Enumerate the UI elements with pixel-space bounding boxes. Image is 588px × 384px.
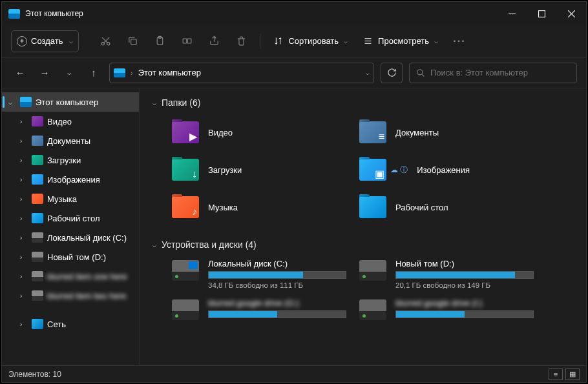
address-bar[interactable]: › Этот компьютер ⌵ xyxy=(109,63,374,83)
sidebar-item[interactable]: ›Видео xyxy=(2,112,139,131)
rename-button[interactable] xyxy=(174,30,199,52)
chevron-right-icon: › xyxy=(20,273,28,280)
folder-icon xyxy=(359,196,386,218)
content-area: ⌵Папки (6) ▶Видео≡Документы↓Загрузки▣☁ ⓘ… xyxy=(140,88,586,365)
folder-icon: ↓ xyxy=(172,159,199,181)
folder-item[interactable]: ↓Загрузки xyxy=(172,154,346,185)
search-input[interactable] xyxy=(430,68,570,77)
drive-item[interactable]: blurred google drive (G:) xyxy=(172,298,346,321)
item-count: Элементов: 10 xyxy=(8,370,61,379)
chevron-down-icon: ⌵ xyxy=(152,241,156,248)
folder-icon xyxy=(32,213,43,223)
drive-name: blurred google drive (I:) xyxy=(395,298,534,308)
maximize-button[interactable] xyxy=(527,2,556,25)
sidebar-item[interactable]: ›Локальный диск (C:) xyxy=(2,228,139,247)
titlebar[interactable]: Этот компьютер xyxy=(2,2,586,25)
folder-label: Музыка xyxy=(208,203,238,212)
back-button[interactable]: ← xyxy=(11,64,29,82)
view-button[interactable]: Просмотреть ⌵ xyxy=(357,30,445,52)
minimize-button[interactable] xyxy=(497,2,527,25)
svg-rect-1 xyxy=(538,10,545,17)
svg-rect-11 xyxy=(183,39,187,43)
sync-badge: ☁ ⓘ xyxy=(390,165,408,176)
more-button[interactable]: ··· xyxy=(447,30,472,52)
sort-button[interactable]: Сортировать ⌵ xyxy=(267,30,354,52)
sidebar-item[interactable]: ›Изображения xyxy=(2,170,139,189)
chevron-down-icon: ⌵ xyxy=(434,37,438,45)
chevron-right-icon: › xyxy=(20,234,28,241)
svg-point-17 xyxy=(417,69,423,74)
sidebar-item-network[interactable]: ›Сеть xyxy=(2,314,139,334)
drive-icon xyxy=(359,299,386,320)
folder-icon: ▣ xyxy=(359,159,386,181)
drive-name: blurred google drive (G:) xyxy=(208,298,346,308)
explorer-window: Этот компьютер + Создать ⌵ Сортировать ⌵… xyxy=(1,1,587,383)
close-button[interactable] xyxy=(556,2,586,25)
drive-item[interactable]: Новый том (D:)20,1 ГБ свободно из 149 ГБ xyxy=(359,259,534,289)
details-view-button[interactable]: ≡ xyxy=(549,369,563,380)
paste-button[interactable] xyxy=(147,30,172,52)
drives-group-header[interactable]: ⌵Устройства и диски (4) xyxy=(152,239,573,250)
breadcrumb-location[interactable]: Этот компьютер xyxy=(138,68,201,77)
folder-icon xyxy=(32,136,43,146)
search-box[interactable] xyxy=(409,63,577,83)
toolbar: + Создать ⌵ Сортировать ⌵ Просмотреть ⌵ … xyxy=(2,25,586,57)
sidebar-item[interactable]: ›blurred item one here xyxy=(2,267,139,286)
folder-label: Изображения xyxy=(417,165,470,175)
sidebar-item[interactable]: ›Загрузки xyxy=(2,150,139,170)
folder-item[interactable]: ♪Музыка xyxy=(172,192,346,223)
drive-item[interactable]: blurred google drive (I:) xyxy=(359,298,534,321)
this-pc-icon xyxy=(8,9,20,19)
sidebar-item[interactable]: ›Музыка xyxy=(2,189,139,208)
search-icon xyxy=(416,68,425,77)
drive-name: Локальный диск (C:) xyxy=(208,259,346,268)
share-button[interactable] xyxy=(202,30,226,52)
chevron-right-icon: › xyxy=(20,254,28,261)
folder-item[interactable]: ≡Документы xyxy=(359,117,534,148)
sidebar-item[interactable]: ›Новый том (D:) xyxy=(2,247,139,267)
network-icon xyxy=(32,319,43,329)
folder-item[interactable]: ▣☁ ⓘИзображения xyxy=(359,154,534,185)
folder-icon xyxy=(32,155,43,165)
folder-icon: ▶ xyxy=(172,121,199,143)
folder-item[interactable]: ▶Видео xyxy=(172,117,346,148)
drive-icon xyxy=(359,260,386,281)
copy-button[interactable] xyxy=(120,30,145,52)
chevron-right-icon: › xyxy=(20,176,28,183)
cut-button[interactable] xyxy=(93,30,118,52)
tiles-view-button[interactable]: ▦ xyxy=(565,369,580,380)
folder-label: Видео xyxy=(208,128,233,137)
view-icon xyxy=(363,36,373,46)
drive-name: Новый том (D:) xyxy=(395,259,534,268)
forward-button[interactable]: → xyxy=(36,64,54,82)
recent-button[interactable]: ⌵ xyxy=(60,64,78,82)
chevron-right-icon: › xyxy=(20,118,28,125)
svg-line-18 xyxy=(422,74,425,76)
folder-icon xyxy=(32,174,43,185)
drive-item[interactable]: Локальный диск (C:)34,8 ГБ свободно из 1… xyxy=(172,259,346,289)
folders-group-header[interactable]: ⌵Папки (6) xyxy=(152,97,573,108)
folder-label: Загрузки xyxy=(208,165,242,175)
chevron-down-icon: ⌵ xyxy=(152,99,156,106)
folder-icon xyxy=(32,271,43,281)
up-button[interactable]: ↑ xyxy=(85,64,103,82)
svg-rect-12 xyxy=(187,39,191,43)
sidebar-item[interactable]: ›Рабочий стол xyxy=(2,208,139,228)
folder-icon: ≡ xyxy=(359,121,386,143)
chevron-right-icon: › xyxy=(20,215,28,222)
chevron-down-icon[interactable]: ⌵ xyxy=(366,69,370,76)
capacity-bar xyxy=(395,310,534,318)
sidebar-item[interactable]: ›Документы xyxy=(2,131,139,150)
delete-button[interactable] xyxy=(229,30,253,52)
chevron-down-icon: ⌵ xyxy=(69,37,73,45)
folder-icon xyxy=(32,290,43,301)
sidebar-item[interactable]: ›blurred item two here xyxy=(2,286,139,305)
svg-rect-8 xyxy=(131,39,137,45)
folder-item[interactable]: Рабочий стол xyxy=(359,192,534,223)
refresh-button[interactable] xyxy=(381,63,403,83)
drive-stat: 20,1 ГБ свободно из 149 ГБ xyxy=(395,281,534,289)
sidebar-item-this-pc[interactable]: ⌵Этот компьютер xyxy=(2,92,139,112)
chevron-right-icon: › xyxy=(20,196,28,203)
new-button[interactable]: + Создать ⌵ xyxy=(11,30,79,52)
folder-icon xyxy=(32,116,43,126)
